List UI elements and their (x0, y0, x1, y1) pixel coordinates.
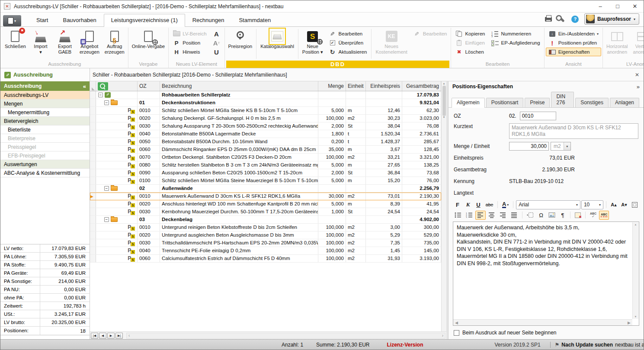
table-row-0020[interactable]: PS0020Untergrund ausgleichen Beton Ausgl… (90, 231, 441, 239)
ribbon-kopieren[interactable]: Kopieren (452, 29, 487, 38)
ribbon-hinweis[interactable]: HHinweis (170, 48, 209, 56)
ribbon-katalogauswahl[interactable]: Katalogauswahl (258, 28, 296, 60)
sidebar-item-bietervergleich[interactable]: Bietervergleich (0, 117, 90, 125)
ribbon-schliessen[interactable]: ✖Schließen (3, 28, 28, 60)
editor-font-family[interactable]: Arial▾ (516, 200, 580, 209)
minimize-button[interactable]: – (592, 0, 609, 12)
editor-underline[interactable]: U (474, 200, 483, 209)
ribbon-bearbeiten[interactable]: ✎Bearbeiten (326, 29, 370, 38)
table-row-02[interactable]: −02Außenwände2.256,79 (90, 185, 441, 193)
tab-bauvorhaben[interactable]: Bauvorhaben (55, 14, 103, 26)
editor-insert-image[interactable] (547, 211, 557, 220)
editor-bullet-list[interactable] (453, 211, 463, 220)
ribbon-angebot-erzeugen[interactable]: ▦Angeboterzeugen (77, 28, 102, 60)
ribbon-export-gaeb[interactable]: ↗ExportGAEB (53, 28, 77, 60)
editor-bold[interactable]: F (453, 200, 462, 209)
editor-align-right[interactable] (498, 211, 508, 220)
collapse-minus-icon[interactable]: − (104, 186, 109, 191)
ribbon-letter-a[interactable]: A (210, 29, 223, 38)
sidebar-header[interactable]: Ausschreibung « (0, 81, 90, 91)
print-icon[interactable] (544, 15, 553, 23)
ribbon-position[interactable]: PPosition (170, 39, 209, 47)
sidebar-item-auswertungen[interactable]: Auswertungen (0, 160, 90, 169)
tab-leistungsverzeichnisse-1[interactable]: Leistungsverzeichnisse (1) (104, 14, 185, 27)
table-row-0060[interactable]: PS0060Dämmschicht Ringanker EPS D 25mm 0… (90, 146, 441, 154)
editor-italic[interactable]: K (463, 200, 473, 209)
editor-clear-formatting[interactable]: ✖ (573, 211, 583, 220)
editor-pilcrow[interactable]: ¶ (558, 211, 567, 220)
record-nav-button-0[interactable]: |◀ (91, 333, 98, 339)
ribbon-auftrag-erzeugen[interactable]: §Auftragerzeugen (103, 28, 127, 60)
search-icon[interactable] (98, 82, 108, 90)
tab-start[interactable]: Start (29, 14, 55, 26)
table-row-0030[interactable]: PS0030Kernbohrung Mauerziegel Durchm. 50… (90, 208, 441, 216)
editor-font-size[interactable]: 10▾ (581, 200, 603, 209)
sidebar-item-mengen[interactable]: Mengen (0, 100, 90, 108)
ribbon-online-vergabe[interactable]: Online-Vergabe (130, 28, 167, 60)
ribbon-ein-ausblenden[interactable]: ↓Ein-/Ausblenden▾ (546, 29, 601, 38)
table-row-0060[interactable]: PS0060Calciumsulfatestrich Estrich auf D… (90, 255, 441, 263)
record-nav-button-2[interactable]: ▶ (107, 333, 115, 339)
column-header-oz[interactable]: OZ (138, 81, 160, 91)
props-tab-sonstiges[interactable]: Sonstiges (575, 98, 609, 107)
editor-justify[interactable] (509, 211, 519, 220)
record-nav-button-1[interactable]: ◀ (99, 333, 106, 339)
editor-font-color[interactable]: A▾ (500, 200, 510, 209)
ribbon-import[interactable]: ↓Import▾ (29, 28, 52, 60)
table-row-0040[interactable]: PS0040Trennschicht PE-Folie einlagig D 0… (90, 247, 441, 255)
new-page-checkbox-row[interactable]: Beim Ausdruck auf neuer Seite beginnen (449, 328, 644, 339)
editor-font-shrink[interactable]: A▾ (619, 200, 629, 209)
ribbon-nummerieren[interactable]: 123Nummerieren (488, 29, 542, 38)
table-row-0040[interactable]: PS0040Betonstahlmatte B500A Lagermatte D… (90, 130, 441, 138)
langtext-editor[interactable]: Mauerwerk der Außenwand, Arbeitshöhe bis… (453, 222, 632, 319)
document-close-icon[interactable]: ✕ (635, 72, 639, 78)
collapse-left-icon[interactable]: « (83, 83, 86, 90)
column-header-einheitspreis[interactable]: Einheitspreis (366, 81, 402, 91)
table-row-0100[interactable]: PS0100Schlitz schließen Mörtel MGIIa Ste… (90, 177, 441, 185)
table-row-0010[interactable]: PS0010Schlitz schließen Mörtel MGIIa Ste… (90, 107, 441, 115)
column-header-einheit[interactable]: Einheit (346, 81, 366, 91)
settings-wrench-icon[interactable] (557, 15, 566, 23)
collapse-minus-icon[interactable]: − (98, 93, 103, 97)
editor-fullscreen[interactable] (630, 200, 639, 209)
props-tab-positionsart[interactable]: Positionsart (486, 98, 524, 107)
table-row-01[interactable]: −01Deckenkonstruktionen9.921,04 (90, 99, 441, 107)
tab-stammdaten[interactable]: Stammdaten (231, 14, 278, 26)
collapse-minus-icon[interactable]: − (104, 100, 109, 105)
oz-input[interactable] (520, 112, 556, 120)
sidebar-item-ausschreibungs-lv[interactable]: Ausschreibungs-LV (0, 91, 90, 100)
checkbox-unchecked[interactable] (454, 330, 459, 336)
ribbon-aktualisieren[interactable]: ↻Aktualisieren (326, 48, 370, 56)
editor-align-left[interactable] (475, 211, 486, 220)
table-row-0090[interactable]: PS0090Aussparung schließen Beton C20/25 … (90, 169, 441, 177)
tab-rechnungen[interactable]: Rechnungen (185, 14, 232, 26)
record-nav-button-3[interactable]: ▶| (115, 333, 123, 339)
editor-numbered-list[interactable]: 123 (464, 211, 474, 220)
close-button[interactable]: ✕ (626, 0, 644, 12)
table-row-root[interactable]: −✎Rohbauarbeiten Schillerplatz17.079,83 (90, 91, 441, 99)
ribbon-uberprufen[interactable]: ✔Überprüfen (326, 39, 370, 47)
collapse-minus-icon[interactable]: − (104, 217, 109, 222)
langtext-horizontal-scrollbar[interactable]: ◀▶ (453, 319, 632, 325)
table-row-0020[interactable]: PS0020Anschluss hinterlegt WD 100 mm Sch… (90, 200, 441, 208)
ribbon-letter-u[interactable]: U (210, 48, 223, 56)
menge-input[interactable] (509, 142, 549, 151)
ribbon-neue-position[interactable]: SNeuePosition ▾ (300, 28, 325, 60)
kurztext-box[interactable]: Mauerwerk Außenwand D 30cm KS L-R SFK12 … (509, 123, 638, 139)
help-icon[interactable]: ? (571, 15, 580, 23)
check-update-link[interactable]: ⚑ Nach Update suchen nextbau ist aktuell (550, 342, 644, 348)
column-header-bezeichnung[interactable]: Bezeichnung (160, 81, 318, 91)
table-row-0030[interactable]: PS0030Schalung Aussparung T 20-30cm 500-… (90, 122, 441, 130)
props-tab-preise[interactable]: Preise (525, 98, 550, 107)
ribbon-loschen[interactable]: ✖Löschen (452, 48, 487, 56)
table-row-0010[interactable]: PS0010Untergrund reinigen Beton Klebstof… (90, 224, 441, 231)
sidebar-item-bieterliste[interactable]: Bieterliste (0, 125, 90, 134)
table-horizontal-scrollbar[interactable]: ‹› (126, 333, 445, 339)
ribbon-preisregion[interactable]: Preisregion (226, 28, 255, 60)
editor-special-char[interactable]: Ω (536, 211, 546, 220)
props-tab-din-276[interactable]: DIN 276 (551, 92, 574, 107)
table-row-03[interactable]: −03Deckenbelag4.902,00 (90, 216, 441, 224)
table-row-0010[interactable]: ▶PS0010Mauerwerk Außenwand D 30cm KS L-R… (90, 193, 441, 200)
langtext-vertical-scrollbar[interactable]: ▲▼ (632, 222, 638, 319)
einheit-select[interactable]: m2 ▾ (551, 142, 571, 151)
